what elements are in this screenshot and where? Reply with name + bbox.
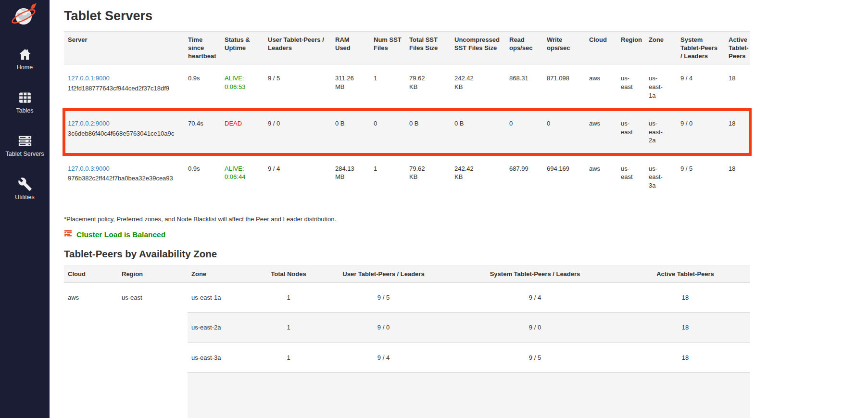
az-cell-total-nodes: 1: [260, 342, 317, 373]
main-content: Tablet Servers Server Time since heartbe…: [50, 0, 868, 418]
cell-active-peers: 18: [725, 64, 750, 110]
az-cell-total-nodes: 1: [260, 313, 317, 343]
az-cell-system-peers: 9 / 5: [450, 342, 620, 373]
tablet-servers-icon: [17, 134, 33, 148]
cell-sst-size: 0 B: [405, 110, 451, 155]
az-row: aws us-east us-east-1a 1 9 / 5 9 / 4 18: [64, 282, 750, 313]
cell-active-peers: 18: [725, 154, 750, 199]
column-header-region: Region: [617, 32, 645, 64]
server-row: 127.0.0.1:9000 1f2fd188777643cf944ced2f3…: [64, 64, 750, 110]
cell-zone: us-east-3a: [645, 154, 677, 199]
server-uuid: 1f2fd188777643cf944ced2f37c18df9: [68, 84, 180, 93]
sidebar-item-home[interactable]: Home: [0, 47, 50, 71]
az-cell-user-peers: 9 / 0: [317, 313, 450, 343]
cell-active-peers: 18: [725, 110, 750, 155]
az-cell-user-peers: 9 / 5: [317, 282, 450, 313]
yugabyte-logo-icon[interactable]: [10, 3, 40, 28]
cell-write-ops: 871.098: [543, 64, 585, 110]
cell-user-peers: 9 / 5: [264, 64, 331, 110]
az-cell-cloud: aws: [64, 282, 118, 418]
balance-icon: [64, 229, 72, 240]
cell-system-peers: 9 / 5: [677, 154, 725, 199]
column-header-write-ops: Write ops/sec: [543, 32, 585, 64]
az-column-region: Region: [118, 266, 188, 282]
cell-uncompressed: 0 B: [451, 110, 505, 155]
cell-status: DEAD: [221, 110, 264, 155]
column-header-read-ops: Read ops/sec: [505, 32, 543, 64]
sidebar-item-label: Tables: [16, 107, 33, 114]
cell-user-peers: 9 / 4: [264, 154, 331, 199]
cell-user-peers: 9 / 0: [264, 110, 331, 155]
status-label: ALIVE:: [225, 165, 260, 173]
column-header-status: Status & Uptime: [221, 32, 264, 64]
tablet-servers-table: Server Time since heartbeat Status & Upt…: [64, 31, 750, 199]
az-cell-system-peers: 9 / 0: [450, 313, 620, 343]
az-cell-total-nodes: 1: [260, 282, 317, 313]
az-header-row: Cloud Region Zone Total Nodes User Table…: [64, 266, 750, 282]
az-column-total-nodes: Total Nodes: [260, 266, 317, 282]
cell-heartbeat: 0.9s: [184, 154, 221, 199]
cell-num-sst: 1: [370, 154, 405, 199]
column-header-sst-size: Total SST Files Size: [405, 32, 451, 64]
cell-region: us-east: [617, 64, 645, 110]
sidebar-item-label: Utilities: [15, 194, 34, 201]
az-cell-active-peers: 18: [620, 342, 750, 373]
sidebar-item-tables[interactable]: Tables: [0, 90, 50, 114]
cell-sst-size: 79.62 KB: [405, 64, 451, 110]
cell-zone: us-east-1a: [645, 64, 677, 110]
utilities-wrench-icon: [17, 177, 33, 191]
cell-server: 127.0.0.1:9000 1f2fd188777643cf944ced2f3…: [64, 64, 184, 110]
server-uuid: 3c6deb86f40c4f668e5763041ce10a9c: [68, 129, 180, 138]
cell-zone: us-east-2a: [645, 110, 677, 155]
server-link[interactable]: 127.0.0.2:9000: [68, 120, 110, 127]
az-table: Cloud Region Zone Total Nodes User Table…: [64, 266, 750, 418]
cell-status: ALIVE: 0:06:44: [221, 154, 264, 199]
uptime-label: 0:06:44: [225, 173, 260, 181]
cell-system-peers: 9 / 4: [677, 64, 725, 110]
cell-ram: 311.26 MB: [331, 64, 370, 110]
cell-region: us-east: [617, 154, 645, 199]
server-row-highlighted: 127.0.0.2:9000 3c6deb86f40c4f668e5763041…: [64, 110, 750, 155]
cell-write-ops: 0: [543, 110, 585, 155]
cell-cloud: aws: [585, 64, 617, 110]
page-title: Tablet Servers: [64, 9, 868, 24]
az-cell-active-peers: 18: [620, 282, 750, 313]
sidebar-item-utilities[interactable]: Utilities: [0, 177, 50, 201]
az-cell-zone: us-east-2a: [188, 313, 260, 343]
column-header-zone: Zone: [645, 32, 677, 64]
cell-uncompressed: 242.42 KB: [451, 154, 505, 199]
server-row: 127.0.0.3:9000 976b382c2ff442f7ba0bea32e…: [64, 154, 750, 199]
sidebar-item-label: Home: [17, 64, 33, 71]
cell-sst-size: 79.62 KB: [405, 154, 451, 199]
cluster-load-text: Cluster Load is Balanced: [76, 230, 165, 239]
status-label: ALIVE:: [225, 74, 260, 83]
column-header-uncompressed: Uncompressed SST Files Size: [451, 32, 505, 64]
cell-system-peers: 9 / 0: [677, 110, 725, 155]
uptime-label: 0:06:53: [225, 83, 260, 91]
cell-cloud: aws: [585, 110, 617, 155]
sidebar-item-tablet-servers[interactable]: Tablet Servers: [0, 134, 50, 158]
az-column-cloud: Cloud: [64, 266, 118, 282]
cell-heartbeat: 70.4s: [184, 110, 221, 155]
cell-status: ALIVE: 0:06:53: [221, 64, 264, 110]
server-link[interactable]: 127.0.0.1:9000: [68, 75, 110, 82]
column-header-num-sst: Num SST Files: [370, 32, 405, 64]
column-header-system-peers: System Tablet-Peers / Leaders: [677, 32, 725, 64]
column-header-heartbeat: Time since heartbeat: [184, 32, 221, 64]
az-column-system-peers: System Tablet-Peers / Leaders: [450, 266, 620, 282]
home-icon: [17, 47, 33, 62]
column-header-ram: RAM Used: [331, 32, 370, 64]
cell-ram: 284.13 MB: [331, 154, 370, 199]
server-uuid: 976b382c2ff442f7ba0bea32e39cea93: [68, 174, 180, 183]
sidebar: Home Tables: [0, 0, 50, 418]
cell-server: 127.0.0.2:9000 3c6deb86f40c4f668e5763041…: [64, 110, 184, 155]
cell-server: 127.0.0.3:9000 976b382c2ff442f7ba0bea32e…: [64, 154, 184, 199]
tables-icon: [17, 90, 33, 105]
az-section-title: Tablet-Peers by Availability Zone: [64, 248, 868, 260]
cell-read-ops: 0: [505, 110, 543, 155]
server-link[interactable]: 127.0.0.3:9000: [68, 165, 110, 172]
az-cell-user-peers: 9 / 4: [317, 342, 450, 373]
az-cell-active-peers: 18: [620, 313, 750, 343]
az-cell-region: us-east: [118, 282, 188, 418]
cell-write-ops: 694.169: [543, 154, 585, 199]
